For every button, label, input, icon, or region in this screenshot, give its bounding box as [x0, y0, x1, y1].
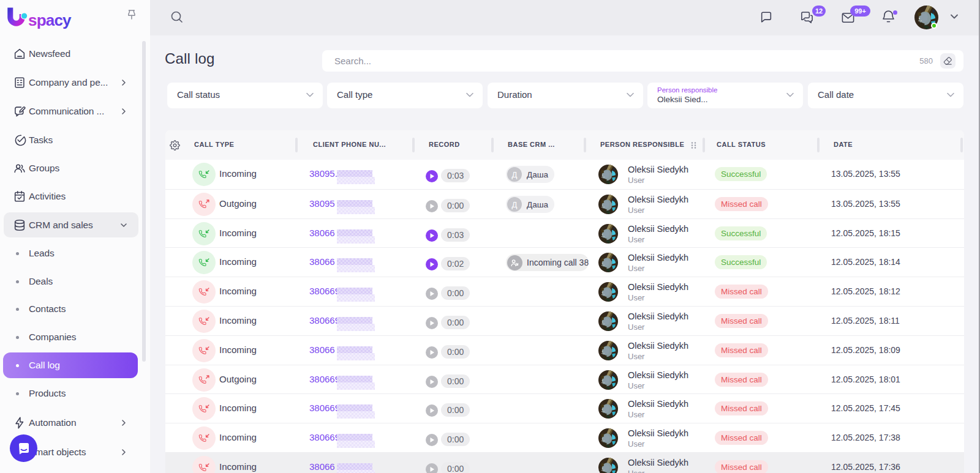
- svg-text:spacy: spacy: [28, 11, 72, 29]
